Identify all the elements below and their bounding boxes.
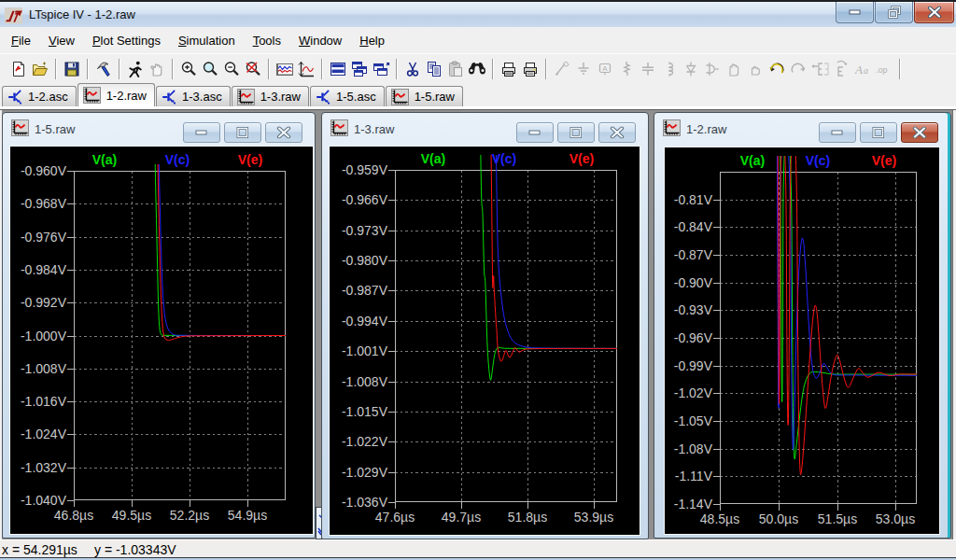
zoom-in-icon[interactable] <box>177 58 199 80</box>
y-tick-label: -1.036V <box>342 495 388 510</box>
zoom-full-extents-icon[interactable] <box>242 58 263 80</box>
legend-V(e)[interactable]: V(e) <box>569 151 594 166</box>
tab-label: 1-5.asc <box>336 90 376 104</box>
control-panel-icon[interactable] <box>92 58 114 80</box>
plot-client-area[interactable]: V(a)V(c)V(e)-0.960V-0.968V-0.976V-0.984V… <box>10 147 313 534</box>
legend-V(c)[interactable]: V(c) <box>806 153 830 168</box>
label-net-icon: A <box>594 58 615 80</box>
y-tick-label: -1.040V <box>21 493 67 508</box>
plot-traces <box>480 147 618 380</box>
spice-directive-icon: .op <box>873 58 894 80</box>
ltspice-app-window: LTspice IV - 1-2.raw FileViewPlot Settin… <box>0 0 956 560</box>
status-x-readout: x = 54.291µs <box>2 542 77 557</box>
maximize-button[interactable] <box>557 122 595 143</box>
legend-V(a)[interactable]: V(a) <box>92 152 117 167</box>
minimize-button[interactable] <box>183 122 220 143</box>
trace-V(a) <box>480 147 618 380</box>
plot-window-title: 1-3.raw <box>354 122 394 136</box>
rotate-icon <box>830 58 851 80</box>
legend-V(c)[interactable]: V(c) <box>492 151 516 166</box>
new-schematic-icon[interactable] <box>7 58 29 80</box>
tab-1-3.raw[interactable]: 1-3.raw <box>232 86 309 106</box>
waveform-icon <box>663 119 681 139</box>
trace-V(c) <box>158 147 290 336</box>
menu-tools[interactable]: Tools <box>245 30 290 51</box>
plot-window-titlebar[interactable]: 1-2.raw <box>654 113 950 147</box>
close-button[interactable] <box>914 2 954 23</box>
close-button[interactable] <box>598 122 636 143</box>
maximize-button[interactable] <box>224 122 261 143</box>
legend-V(e)[interactable]: V(e) <box>238 152 262 167</box>
minimize-button[interactable] <box>836 2 874 23</box>
menu-simulation[interactable]: Simulation <box>170 30 245 51</box>
plot-window-titlebar[interactable]: 1-5.raw <box>3 113 315 147</box>
menu-file[interactable]: File <box>3 30 40 51</box>
tile-vertical-icon[interactable] <box>348 58 370 80</box>
find-icon[interactable] <box>466 58 487 80</box>
zoom-area-icon[interactable] <box>199 58 220 80</box>
y-tick-label: -0.968V <box>21 196 67 211</box>
plot-client-area[interactable]: V(a)V(c)V(e)-0.959V-0.966V-0.973V-0.980V… <box>330 147 640 535</box>
place-ground-icon <box>572 58 594 80</box>
trace-V(e) <box>157 147 290 340</box>
waveform-plot-1-3.raw[interactable]: V(a)V(c)V(e)-0.959V-0.966V-0.973V-0.980V… <box>330 147 640 535</box>
plot-client-area[interactable]: V(a)V(c)V(e)-0.81V-0.84V-0.87V-0.90V-0.9… <box>665 147 939 534</box>
plot-grid <box>720 172 917 504</box>
title-bar[interactable]: LTspice IV - 1-2.raw <box>0 0 956 27</box>
menu-view[interactable]: View <box>40 30 84 51</box>
x-axis-labels: 47.6µs49.7µs51.8µs53.9µs <box>375 510 613 525</box>
copy-icon[interactable] <box>423 58 444 80</box>
tile-horizontal-icon[interactable] <box>327 58 348 80</box>
tab-1-2.asc[interactable]: 1-2.asc <box>2 86 77 106</box>
restore-button[interactable] <box>875 2 913 23</box>
undo-icon[interactable] <box>766 58 787 80</box>
view-waveform-icon[interactable] <box>274 58 295 80</box>
x-tick-label: 49.5µs <box>112 508 151 523</box>
tab-1-5.asc[interactable]: 1-5.asc <box>310 86 385 106</box>
print-preview-icon[interactable] <box>498 58 519 80</box>
x-tick-label: 53.9µs <box>574 510 613 525</box>
zoom-out-icon[interactable] <box>220 58 242 80</box>
menu-plot-settings[interactable]: Plot Settings <box>84 30 170 51</box>
plot-border <box>396 171 617 502</box>
plot-window-1-5.raw[interactable]: 1-5.raw V(a)V(c)V(e)-0.960V-0.968V-0.976… <box>2 112 316 539</box>
run-simulation-icon[interactable] <box>124 58 146 80</box>
plot-window-1-2.raw[interactable]: 1-2.raw V(a)V(c)V(e)-0.81V-0.84V-0.87V-0… <box>654 112 951 539</box>
schematic-icon <box>316 90 330 105</box>
tab-1-3.asc[interactable]: 1-3.asc <box>156 86 231 106</box>
menu-window[interactable]: Window <box>290 30 351 51</box>
tab-1-5.raw[interactable]: 1-5.raw <box>386 86 463 106</box>
tab-1-2.raw[interactable]: 1-2.raw <box>77 83 155 106</box>
plot-window-title: 1-5.raw <box>35 122 75 136</box>
minimize-button[interactable] <box>516 122 554 143</box>
mirror-icon <box>808 58 830 80</box>
trace-V(c) <box>496 147 618 348</box>
maximize-button[interactable] <box>860 122 897 143</box>
plot-traces <box>153 147 290 340</box>
legend-V(a)[interactable]: V(a) <box>421 151 445 166</box>
legend-V(e)[interactable]: V(e) <box>872 153 896 168</box>
legend-V(c)[interactable]: V(c) <box>165 152 190 167</box>
autorange-y-axis-icon[interactable] <box>295 58 316 80</box>
close-button[interactable] <box>901 122 938 143</box>
toolbar-separator <box>55 59 56 79</box>
plot-window-1-3.raw[interactable]: 1-3.raw V(a)V(c)V(e)-0.959V-0.966V-0.973… <box>321 112 649 539</box>
waveform-plot-1-5.raw[interactable]: V(a)V(c)V(e)-0.960V-0.968V-0.976V-0.984V… <box>10 147 313 534</box>
plot-window-controls <box>513 122 636 143</box>
toolbar-separator <box>899 59 900 79</box>
waveform-icon <box>330 119 348 139</box>
cascade-windows-icon[interactable] <box>370 58 391 80</box>
close-button[interactable] <box>265 122 302 143</box>
menu-help[interactable]: Help <box>351 30 394 51</box>
waveform-plot-1-2.raw[interactable]: V(a)V(c)V(e)-0.81V-0.84V-0.87V-0.90V-0.9… <box>665 147 939 534</box>
print-icon[interactable] <box>519 58 541 80</box>
legend-V(a)[interactable]: V(a) <box>740 153 765 168</box>
cut-icon[interactable] <box>401 58 423 80</box>
trace-V(e) <box>491 147 618 361</box>
x-tick-label: 49.7µs <box>442 510 481 525</box>
plot-window-titlebar[interactable]: 1-3.raw <box>322 113 648 147</box>
toolbar: A A a.op <box>0 53 956 83</box>
minimize-button[interactable] <box>819 122 856 143</box>
open-file-icon[interactable] <box>29 58 50 80</box>
save-icon[interactable] <box>61 58 82 80</box>
